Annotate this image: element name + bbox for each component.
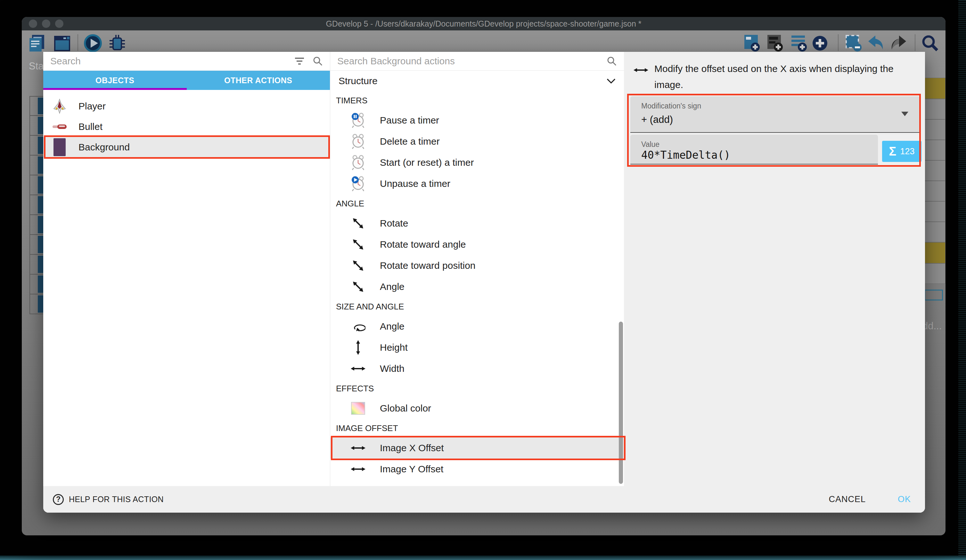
object-name: Background <box>79 142 130 152</box>
horizontal-arrow-icon <box>349 439 367 458</box>
object-row[interactable]: Player <box>43 96 330 116</box>
add-subevent-icon[interactable] <box>790 34 809 53</box>
action-section-header: IMAGE OFFSET <box>330 419 624 437</box>
active-tab-indicator <box>43 88 187 90</box>
project-manager-icon[interactable] <box>27 34 46 53</box>
action-row[interactable]: Image Y Offset <box>330 458 624 480</box>
cancel-button[interactable]: CANCEL <box>829 495 866 504</box>
expression-editor-button[interactable]: Σ 123 <box>882 141 922 162</box>
ok-button[interactable]: OK <box>898 495 911 504</box>
scene-editor-icon[interactable] <box>53 34 72 53</box>
diagonal-arrow-icon <box>349 277 367 296</box>
group-selector[interactable]: Structure <box>330 71 624 91</box>
help-link[interactable]: ? HELP FOR THIS ACTION <box>53 494 164 505</box>
modification-sign-select[interactable]: Modification's sign + (add) <box>630 96 920 133</box>
maximize-window-icon[interactable] <box>55 20 63 28</box>
add-circle-icon[interactable] <box>810 34 830 53</box>
action-section-header: ANGLE <box>330 194 624 213</box>
action-description: Modify the offset used on the X axis whe… <box>654 61 901 93</box>
minimize-window-icon[interactable] <box>42 20 50 28</box>
alarm-play-icon <box>349 174 367 193</box>
undo-icon[interactable] <box>866 34 886 53</box>
field-value: 40*TimeDelta() <box>641 149 730 161</box>
filter-icon[interactable] <box>295 57 304 65</box>
player-ship-icon <box>50 97 69 116</box>
action-section-header: EFFECTS <box>330 379 624 398</box>
object-row[interactable]: Bullet <box>43 116 330 137</box>
scene-tab-fragment: Sta <box>29 61 44 72</box>
object-tabs: OBJECTS OTHER ACTIONS <box>43 71 330 90</box>
background-swatch-icon <box>50 138 69 157</box>
action-name: Image Y Offset <box>380 464 443 475</box>
action-list: TIMERS Pause a timer Delete a timer Star… <box>330 91 624 486</box>
object-row[interactable]: Background <box>43 137 330 157</box>
add-event-icon[interactable] <box>743 34 762 53</box>
action-row[interactable]: Start (or reset) a timer <box>330 152 624 173</box>
action-name: Rotate toward angle <box>380 239 466 250</box>
action-row[interactable]: Width <box>330 358 624 379</box>
events-sheet-right-fragment <box>924 78 946 300</box>
desktop-wallpaper-glow <box>0 555 966 560</box>
diagonal-arrow-icon <box>349 214 367 233</box>
toolbar-separator <box>915 34 915 51</box>
play-button[interactable] <box>83 34 102 53</box>
redo-icon[interactable] <box>889 34 908 53</box>
horizontal-arrow-icon <box>349 359 367 378</box>
action-editor-dialog: OBJECTS OTHER ACTIONS Player BulletBackg… <box>43 52 925 513</box>
add-action-fragment: dd... <box>922 320 941 332</box>
search-icon[interactable] <box>607 56 617 66</box>
traffic-lights[interactable] <box>29 20 63 28</box>
action-name: Image X Offset <box>380 442 444 454</box>
sigma-icon: Σ <box>889 145 897 159</box>
action-row[interactable]: Delete a timer <box>330 131 624 152</box>
diagonal-arrow-icon <box>349 235 367 254</box>
action-row[interactable]: Image X Offset <box>330 437 624 458</box>
horizontal-arrow-icon <box>634 67 648 74</box>
toolbar-separator <box>77 34 78 51</box>
group-selector-value: Structure <box>338 75 378 87</box>
chevron-down-icon <box>607 79 616 84</box>
parameters-panel: Modify the offset used on the X axis whe… <box>624 52 925 486</box>
tab-objects[interactable]: OBJECTS <box>43 71 187 90</box>
action-row[interactable]: Global color <box>330 398 624 419</box>
object-selector-panel: OBJECTS OTHER ACTIONS Player BulletBackg… <box>43 52 330 486</box>
toolbar-separator <box>838 34 838 51</box>
horizontal-arrow-icon <box>349 460 367 479</box>
bullet-icon <box>50 117 69 136</box>
field-label: Modification's sign <box>641 102 701 110</box>
action-row[interactable]: Rotate toward position <box>330 255 624 276</box>
search-icon[interactable] <box>312 56 323 66</box>
search-icon[interactable] <box>920 34 940 53</box>
action-name: Global color <box>380 403 431 414</box>
close-window-icon[interactable] <box>29 20 37 28</box>
action-row[interactable]: Rotate toward angle <box>330 234 624 255</box>
tab-other-actions[interactable]: OTHER ACTIONS <box>187 71 330 90</box>
action-name: Width <box>380 363 404 374</box>
action-row[interactable]: Height <box>330 337 624 358</box>
action-name: Angle <box>380 281 404 292</box>
selected-field-fragment <box>924 290 943 300</box>
object-search-input[interactable] <box>50 56 286 67</box>
action-row[interactable]: Rotate <box>330 213 624 234</box>
action-search-input[interactable] <box>337 56 598 67</box>
action-row[interactable]: Unpause a timer <box>330 173 624 194</box>
delete-selection-icon[interactable] <box>844 34 863 53</box>
action-row[interactable]: Angle <box>330 316 624 337</box>
alarm-icon <box>349 132 367 151</box>
scrollbar-thumb[interactable] <box>619 322 623 484</box>
action-name: Unpause a timer <box>380 178 450 189</box>
action-name: Height <box>380 342 408 353</box>
value-expression-field[interactable]: Value 40*TimeDelta() <box>630 135 878 164</box>
debug-icon[interactable] <box>108 34 127 53</box>
action-name: Start (or reset) a timer <box>380 157 474 168</box>
action-section-header: SIZE AND ANGLE <box>330 297 624 316</box>
action-row[interactable]: Pause a timer <box>330 110 624 131</box>
desktop-background: GDevelop 5 - /Users/dkarakay/Documents/G… <box>0 0 966 560</box>
dropdown-arrow-icon <box>901 112 909 116</box>
alarm-pause-icon <box>349 111 367 130</box>
help-label: HELP FOR THIS ACTION <box>69 495 164 504</box>
object-name: Player <box>79 101 106 112</box>
action-row[interactable]: Angle <box>330 276 624 297</box>
titlebar: GDevelop 5 - /Users/dkarakay/Documents/G… <box>22 17 946 30</box>
add-comment-icon[interactable] <box>766 34 785 53</box>
